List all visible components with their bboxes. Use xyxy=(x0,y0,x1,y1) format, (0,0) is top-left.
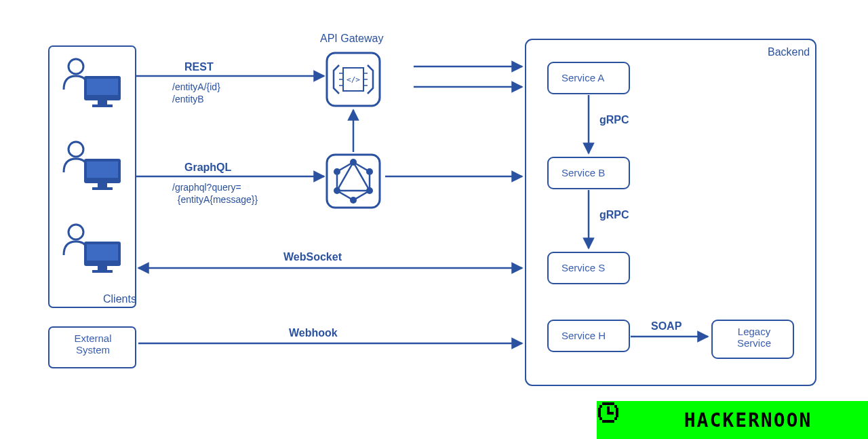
svg-rect-9 xyxy=(92,187,113,190)
client-icon-3 xyxy=(64,225,121,273)
architecture-diagram: </> Clients Ext xyxy=(0,0,868,439)
hackernoon-watermark: HACKERNOON xyxy=(597,401,868,439)
graphql-label: GraphQL xyxy=(184,161,231,174)
svg-rect-32 xyxy=(614,405,617,408)
svg-point-25 xyxy=(366,168,373,175)
svg-point-5 xyxy=(68,142,83,157)
svg-rect-36 xyxy=(614,417,617,420)
graphql-path-1: /graphql?query= xyxy=(172,182,241,193)
backend-label: Backend xyxy=(768,46,810,58)
svg-rect-3 xyxy=(98,100,107,104)
service-s-label: Service S xyxy=(561,262,605,273)
svg-rect-12 xyxy=(87,244,118,261)
svg-rect-39 xyxy=(607,412,614,415)
svg-rect-35 xyxy=(599,417,602,420)
clients-label: Clients xyxy=(103,293,136,305)
svg-rect-34 xyxy=(616,408,618,417)
svg-rect-37 xyxy=(602,420,614,423)
svg-rect-7 xyxy=(87,161,118,178)
soap-label: SOAP xyxy=(651,320,682,332)
external-system-label: External System xyxy=(62,332,123,356)
svg-rect-30 xyxy=(602,402,614,405)
rest-path-2: /entityB xyxy=(172,94,204,104)
rest-path-1: /entityA/{id} xyxy=(172,81,220,92)
svg-point-0 xyxy=(68,59,83,74)
grpc-1-label: gRPC xyxy=(599,114,629,126)
svg-point-28 xyxy=(334,187,340,194)
rest-label: REST xyxy=(184,61,214,73)
svg-rect-8 xyxy=(98,183,107,187)
graphql-icon xyxy=(334,159,373,204)
svg-point-27 xyxy=(350,197,357,204)
client-icon-1 xyxy=(64,59,121,107)
svg-rect-4 xyxy=(92,104,113,107)
diagram-svg: </> xyxy=(0,0,868,439)
service-b-label: Service B xyxy=(561,167,605,178)
legacy-service-label: Legacy Service xyxy=(728,326,780,349)
api-gateway-icon: </> xyxy=(334,65,373,94)
svg-point-10 xyxy=(68,225,83,240)
svg-point-29 xyxy=(334,168,340,175)
graphql-path-2: {entityA{message}} xyxy=(172,194,258,205)
clock-icon xyxy=(653,408,677,432)
svg-point-24 xyxy=(350,159,357,166)
api-gateway-title: API Gateway xyxy=(320,33,383,45)
svg-point-26 xyxy=(366,187,373,194)
client-icon-2 xyxy=(64,142,121,190)
webhook-label: Webhook xyxy=(289,327,338,339)
svg-rect-31 xyxy=(599,405,602,408)
service-a-label: Service A xyxy=(561,72,604,83)
svg-rect-14 xyxy=(92,270,113,273)
svg-rect-2 xyxy=(87,79,118,95)
websocket-label: WebSocket xyxy=(283,251,342,263)
service-h-label: Service H xyxy=(561,330,606,341)
hackernoon-text: HACKERNOON xyxy=(684,409,812,432)
svg-rect-13 xyxy=(98,266,107,270)
svg-text:</>: </> xyxy=(347,75,360,84)
svg-rect-33 xyxy=(598,408,601,417)
grpc-2-label: gRPC xyxy=(599,209,629,221)
